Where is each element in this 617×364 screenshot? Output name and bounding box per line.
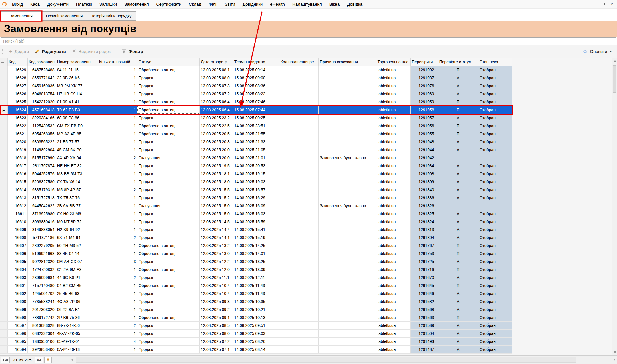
cell-created-date[interactable]: 12.08.2025 15:2 xyxy=(199,194,233,202)
cell-receipt-state[interactable]: Отобран xyxy=(478,290,512,298)
cell-receipt-state[interactable]: Отобран xyxy=(478,329,512,337)
cell-order-code[interactable]: 5155177990 xyxy=(27,154,56,162)
cell-code[interactable]: 16620 xyxy=(7,138,27,146)
filter-toggle-button[interactable] xyxy=(44,357,52,363)
cell-created-date[interactable]: 12.08.2025 20:3 xyxy=(199,138,233,146)
cell-status[interactable]: Оброблено в аптеці xyxy=(137,282,199,290)
cell-verify[interactable]: 1291767 xyxy=(410,242,438,250)
cell-code[interactable]: 16623 xyxy=(7,114,27,122)
cell-verify-status[interactable]: П xyxy=(438,266,478,274)
cell-expiry-date[interactable]: 15.08.2025 00:25 xyxy=(233,114,279,122)
cell-expiry-date[interactable]: 14.08.2025 11:43 xyxy=(233,282,279,290)
cell-platform[interactable]: tabletki.ua xyxy=(376,282,410,290)
menu-item-orders[interactable]: Замовлення xyxy=(121,1,152,8)
menu-item-windows[interactable]: Вікна xyxy=(326,1,344,8)
cell-created-date[interactable]: 12.08.2025 20:0 xyxy=(199,154,233,162)
table-row-16606[interactable]: 16606519692166883-4K-04-141Оброблено в а… xyxy=(0,250,512,258)
cell-platform[interactable]: tabletki.ua xyxy=(376,218,410,226)
cell-status[interactable]: Продаж xyxy=(137,290,199,298)
cell-positions-count[interactable]: 1 xyxy=(98,329,137,337)
cell-platform[interactable]: tabletki.ua xyxy=(376,234,410,242)
cell-verify[interactable]: 1291958 xyxy=(410,106,438,114)
cell-created-date[interactable]: 12.08.2025 10:4 xyxy=(199,282,233,290)
cell-status[interactable]: Оброблено в аптеці xyxy=(137,106,199,114)
table-row-16624[interactable]: ▶166244571698418T0-62-E8-B31Оброблено в … xyxy=(0,106,512,114)
cell-order-number[interactable]: 2P-B6-75-36 xyxy=(56,314,98,321)
scroll-right-icon[interactable] xyxy=(614,358,615,361)
cell-created-date[interactable]: 12.08.2025 13:0 xyxy=(199,250,233,258)
menu-item-payments[interactable]: Платежі xyxy=(72,1,96,8)
cell-verify-status[interactable]: А xyxy=(438,258,478,266)
cell-expiry-date[interactable]: 14.08.2025 14:01 xyxy=(233,250,279,258)
cell-redemption-code[interactable] xyxy=(279,258,318,266)
cell-status[interactable]: Продаж xyxy=(137,306,199,314)
cell-platform[interactable]: tabletki.ua xyxy=(376,122,410,130)
cell-positions-count[interactable]: 1 xyxy=(98,210,137,218)
cell-code[interactable]: 16608 xyxy=(7,234,27,242)
cell-created-date[interactable]: 12.08.2025 12:2 xyxy=(199,258,233,266)
table-row-16605[interactable]: 1660590228123200M-AB-CX-073Продаж12.08.2… xyxy=(0,258,512,266)
table-row-16604[interactable]: 166044724720832C1-2A-9M-E31Оброблено в а… xyxy=(0,266,512,274)
cell-order-number[interactable]: 06-T2-8A-B1 xyxy=(56,306,98,314)
row-indicator[interactable] xyxy=(0,250,7,258)
row-indicator[interactable] xyxy=(0,122,7,130)
cell-order-number[interactable]: 0X-H0-23-M6 xyxy=(56,210,98,218)
cell-status[interactable]: Продаж xyxy=(137,298,199,306)
cell-platform[interactable]: tabletki.ua xyxy=(376,306,410,314)
cell-code[interactable]: 16602 xyxy=(7,290,27,298)
cell-verify[interactable]: 1291504 xyxy=(410,329,438,337)
table-row-16611[interactable]: 1661187139259800X-H0-23-M61Продаж12.08.2… xyxy=(0,210,512,218)
cell-order-number[interactable]: TK-T5-87-76 xyxy=(56,194,98,202)
cell-platform[interactable]: tabletki.ua xyxy=(376,274,410,282)
cell-expiry-date[interactable]: 15.08.2025 09:14 xyxy=(233,66,279,74)
cell-created-date[interactable]: 12.08.2025 15:0 xyxy=(199,202,233,210)
cell-verify[interactable]: 1291899 xyxy=(410,178,438,186)
table-row-16597[interactable]: 1659780130830288B-7K-14-562Продаж12.08.2… xyxy=(0,321,512,329)
table-row-16619[interactable]: 16619114989290445-CM-6X-P01Продаж12.08.2… xyxy=(0,146,512,154)
cell-cancel-reason[interactable]: Замовлення було скасов xyxy=(318,154,376,162)
cell-verify-status[interactable]: А xyxy=(438,329,478,337)
cell-receipt-state[interactable]: Отобран xyxy=(478,234,512,242)
cell-created-date[interactable]: 12.08.2025 13:2 xyxy=(199,242,233,250)
row-indicator[interactable] xyxy=(0,202,7,210)
minimize-button[interactable] xyxy=(592,2,597,7)
cell-verify-status[interactable]: А xyxy=(438,226,478,234)
cell-receipt-state[interactable]: Отобран xyxy=(478,282,512,290)
cell-order-code[interactable]: 1149892904 xyxy=(27,146,56,154)
delete-row-button[interactable]: ✕ Видалити рядок xyxy=(69,48,114,55)
cell-order-code[interactable]: 9459169036 xyxy=(27,82,56,90)
cell-expiry-date[interactable]: 14.08.2025 21:05 xyxy=(233,146,279,154)
cell-verify-status[interactable] xyxy=(438,202,478,210)
cell-verify[interactable]: 1291568 xyxy=(410,306,438,314)
cell-verify[interactable]: 1291645 xyxy=(410,282,438,290)
cell-receipt-state[interactable]: Отобран xyxy=(478,66,512,74)
table-row-16599[interactable]: 16599201730332006-T2-8A-B11Продаж12.08.2… xyxy=(0,306,512,314)
cell-cancel-reason[interactable] xyxy=(318,194,376,202)
cell-redemption-code[interactable] xyxy=(279,314,318,321)
cell-created-date[interactable]: 12.08.2025 14:4 xyxy=(199,226,233,234)
cell-order-code[interactable]: 4724720832 xyxy=(27,266,56,274)
cell-platform[interactable]: tabletki.ua xyxy=(376,226,410,234)
cell-platform[interactable]: tabletki.ua xyxy=(376,345,410,353)
cell-status[interactable]: Скасування xyxy=(137,154,199,162)
table-row-16612[interactable]: 1661294450426222B-6A-BB-771Скасування12.… xyxy=(0,202,512,210)
cell-status[interactable]: Оброблено в аптеці xyxy=(137,250,199,258)
cell-code[interactable]: 16607 xyxy=(7,242,27,250)
cell-expiry-date[interactable]: 14.08.2025 15:59 xyxy=(233,218,279,226)
cell-verify[interactable]: 1291493 xyxy=(410,337,438,345)
cell-redemption-code[interactable] xyxy=(279,170,318,178)
cell-expiry-date[interactable]: 14.08.2025 08:14 xyxy=(233,345,279,353)
cell-status[interactable]: Продаж xyxy=(137,345,199,353)
cell-redemption-code[interactable] xyxy=(279,186,318,194)
cell-verify[interactable]: 1291826 xyxy=(410,202,438,210)
cell-code[interactable]: 16612 xyxy=(7,202,27,210)
cell-receipt-state[interactable]: Отобран xyxy=(478,90,512,98)
cell-status[interactable]: Продаж xyxy=(137,162,199,170)
cell-verify-status[interactable]: А xyxy=(438,146,478,154)
cell-verify-status[interactable]: А xyxy=(438,74,478,82)
cell-verify[interactable]: 1291969 xyxy=(410,90,438,98)
table-row-16609[interactable]: 166093149838054H2-K9-64-921Продаж12.08.2… xyxy=(0,226,512,234)
cell-positions-count[interactable]: 1 xyxy=(98,290,137,298)
cell-order-number[interactable]: 0X-TA-X6-14 xyxy=(56,178,98,186)
cell-verify-status[interactable]: А xyxy=(438,321,478,329)
